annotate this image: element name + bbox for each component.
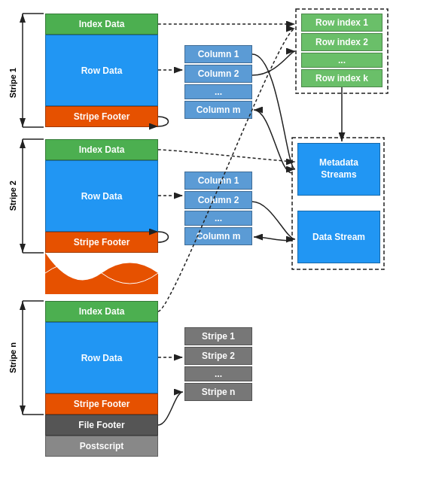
ri1-block: Row index 1 <box>301 14 382 32</box>
postscript-block: Postscript <box>45 436 158 457</box>
svg-marker-16 <box>20 406 26 415</box>
diagram: Index Data Row Data Stripe Footer Index … <box>0 0 448 486</box>
svg-marker-11 <box>20 244 26 253</box>
dots-sn-block: ... <box>184 366 252 381</box>
col2-s1-block: Column 2 <box>184 65 252 83</box>
svg-marker-15 <box>20 301 26 310</box>
col1-s2-block: Column 1 <box>184 172 252 190</box>
meta-streams-block: Metadata Streams <box>297 143 380 196</box>
stripe2-ref-block: Stripe 2 <box>184 347 252 365</box>
colm-s2-block: Column m <box>184 227 252 245</box>
wave-gap <box>45 253 158 294</box>
col2-s2-block: Column 2 <box>184 191 252 209</box>
file-footer-block: File Footer <box>45 415 158 436</box>
sn-index-block: Index Data <box>45 301 158 322</box>
dots-s1-block: ... <box>184 84 252 99</box>
dots-s2-block: ... <box>184 211 252 226</box>
data-stream-block: Data Stream <box>297 211 380 263</box>
colm-s1-block: Column m <box>184 101 252 119</box>
s1-row-block: Row Data <box>45 35 158 106</box>
stripe2-label: Stripe 2 <box>2 150 24 241</box>
sn-footer-block: Stripe Footer <box>45 393 158 415</box>
s2-row-block: Row Data <box>45 160 158 232</box>
stripen-ref-block: Stripe n <box>184 383 252 401</box>
s2-footer-block: Stripe Footer <box>45 232 158 253</box>
svg-marker-5 <box>20 14 26 23</box>
stripe1-label: Stripe 1 <box>2 45 24 120</box>
svg-marker-10 <box>20 139 26 148</box>
stripe1-ref-block: Stripe 1 <box>184 327 252 345</box>
s1-index-block: Index Data <box>45 14 158 35</box>
rik-block: Row index k <box>301 69 382 87</box>
sn-row-block: Row Data <box>45 322 158 393</box>
ri-dots-block: ... <box>301 53 382 68</box>
col1-s1-block: Column 1 <box>184 45 252 63</box>
ri2-block: Row index 2 <box>301 33 382 51</box>
s1-footer-block: Stripe Footer <box>45 106 158 127</box>
stripen-label: Stripe n <box>2 312 24 402</box>
s2-index-block: Index Data <box>45 139 158 160</box>
